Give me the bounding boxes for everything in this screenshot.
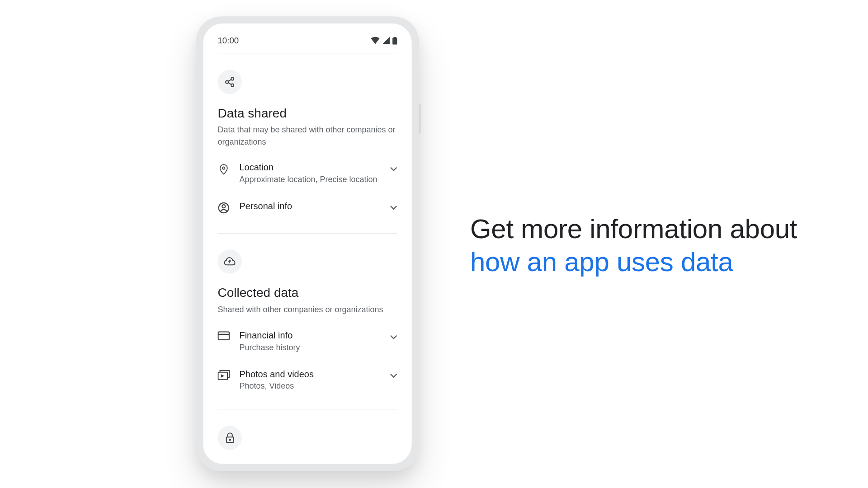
row-location[interactable]: Location Approximate location, Precise l… <box>217 154 397 192</box>
svg-line-5 <box>228 80 231 81</box>
section-security <box>217 410 397 464</box>
phone-screen: 10:00 <box>203 23 411 464</box>
row-financial-info[interactable]: Financial info Purchase history <box>217 322 397 360</box>
chevron-down-icon <box>390 330 397 342</box>
share-icon <box>217 70 241 94</box>
status-icons <box>371 37 397 44</box>
svg-rect-0 <box>392 38 397 45</box>
lock-icon <box>217 426 241 450</box>
caption-line1: Get more information about <box>470 213 797 244</box>
cloud-icon <box>217 249 241 273</box>
row-subtitle: Purchase history <box>239 343 380 352</box>
svg-rect-1 <box>394 37 396 38</box>
section-data-shared: Data shared Data that may be shared with… <box>217 54 397 233</box>
svg-point-7 <box>222 167 225 169</box>
cellular-icon <box>382 37 390 44</box>
svg-point-9 <box>222 205 225 208</box>
row-title: Financial info <box>239 330 380 340</box>
chevron-down-icon <box>390 369 397 381</box>
phone-side-button <box>419 103 421 134</box>
svg-rect-10 <box>218 332 229 340</box>
row-title: Photos and videos <box>239 369 380 379</box>
section-title: Data shared <box>217 106 397 121</box>
status-bar: 10:00 <box>217 23 397 54</box>
section-title: Collected data <box>217 286 397 300</box>
section-subtitle: Shared with other companies or organizat… <box>217 304 397 315</box>
card-icon <box>217 330 230 340</box>
svg-point-2 <box>231 77 234 80</box>
phone-frame: 10:00 <box>196 16 419 471</box>
svg-point-14 <box>229 439 231 441</box>
caption-line2: how an app uses data <box>470 246 733 277</box>
row-personal-info[interactable]: Personal info <box>217 192 397 223</box>
svg-line-6 <box>228 83 231 84</box>
location-icon <box>217 162 230 175</box>
wifi-icon <box>371 37 380 44</box>
row-subtitle: Approximate location, Precise location <box>239 175 380 184</box>
chevron-down-icon <box>390 162 397 174</box>
svg-point-3 <box>226 80 228 83</box>
media-icon <box>217 369 230 380</box>
chevron-down-icon <box>390 201 397 213</box>
status-time: 10:00 <box>217 36 239 45</box>
person-icon <box>217 201 230 214</box>
section-subtitle: Data that may be shared with other compa… <box>217 124 397 148</box>
caption-text: Get more information about how an app us… <box>470 213 797 279</box>
row-subtitle: Photos, Videos <box>239 381 380 390</box>
battery-icon <box>392 37 397 44</box>
row-title: Location <box>239 162 380 173</box>
svg-point-4 <box>231 84 234 86</box>
section-collected-data: Collected data Shared with other compani… <box>217 234 397 410</box>
row-photos-videos[interactable]: Photos and videos Photos, Videos <box>217 360 397 399</box>
row-title: Personal info <box>239 201 380 211</box>
